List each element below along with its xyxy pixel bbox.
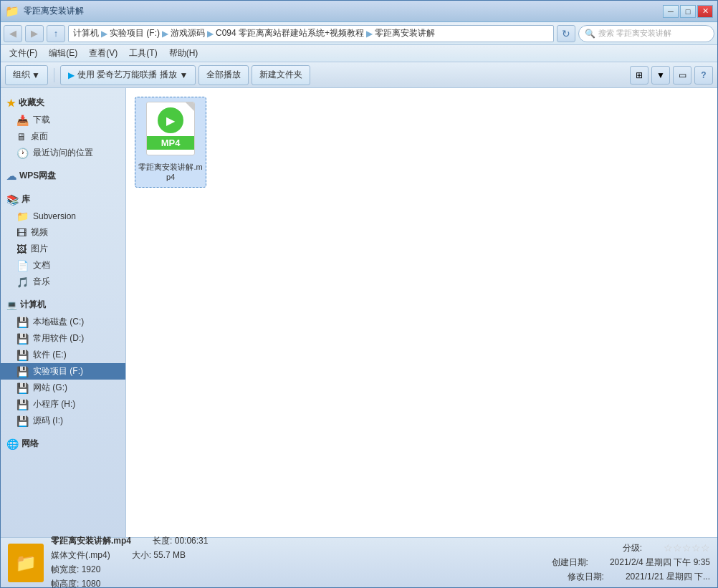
disk-c-icon: 💾 — [16, 317, 29, 328]
forward-button[interactable]: ▶ — [25, 25, 44, 42]
star-rating: ☆☆☆☆☆ — [664, 542, 710, 554]
status-height: 帧高度: 1080 — [51, 578, 100, 588]
status-filename: 零距离安装讲解.mp4 — [51, 535, 131, 547]
subversion-label: Subversion — [33, 211, 76, 221]
status-right: 分级: ☆☆☆☆☆ 创建日期: 2021/2/4 星期四 下午 9:35 修改日… — [552, 542, 710, 583]
help-button[interactable]: ? — [694, 66, 713, 85]
favorites-section: ★ 收藏夹 📥 下载 🖥 桌面 🕐 最近访问的位置 — [1, 94, 125, 161]
created-val: 2021/2/4 星期四 下午 9:35 — [610, 556, 710, 569]
new-folder-button[interactable]: 新建文件夹 — [252, 65, 310, 85]
disk-g-label: 网站 (G:) — [33, 382, 67, 394]
modified-val: 2021/1/21 星期四 下... — [626, 571, 710, 583]
library-label: 库 — [21, 193, 30, 206]
sidebar-item-music[interactable]: 🎵 音乐 — [1, 274, 125, 290]
minimize-button[interactable]: ─ — [663, 5, 679, 18]
play-circle: ▶ — [158, 107, 183, 133]
toolbar-right: ⊞ ▼ ▭ ? — [630, 66, 713, 85]
breadcrumb-drive[interactable]: 实验项目 (F:) — [110, 27, 160, 39]
toolbar: 组织 ▼ ▶ 使用 爱奇艺万能联播 播放 ▼ 全部播放 新建文件夹 ⊞ ▼ ▭ … — [1, 62, 717, 88]
title-controls: ─ □ ✕ — [663, 5, 713, 18]
search-placeholder: 搜索 零距离安装讲解 — [598, 28, 671, 39]
iqiyi-arrow: ▼ — [180, 70, 188, 80]
documents-label: 文档 — [33, 259, 50, 271]
main-area: ★ 收藏夹 📥 下载 🖥 桌面 🕐 最近访问的位置 — [1, 88, 717, 537]
width-val: 1920 — [82, 564, 101, 574]
disk-e-icon: 💾 — [16, 350, 29, 361]
view-toggle-arrow[interactable]: ▼ — [651, 66, 670, 85]
menu-edit[interactable]: 编辑(E) — [43, 46, 83, 61]
status-row-4: 帧高度: 1080 — [51, 578, 545, 588]
sidebar-item-h[interactable]: 💾 小程序 (H:) — [1, 396, 125, 413]
use-iqiyi-button[interactable]: ▶ 使用 爱奇艺万能联播 播放 ▼ — [60, 65, 196, 85]
maximize-button[interactable]: □ — [680, 5, 696, 18]
sidebar-item-download[interactable]: 📥 下载 — [1, 112, 125, 128]
status-width: 帧宽度: 1920 — [51, 564, 100, 576]
back-button[interactable]: ◀ — [4, 25, 22, 42]
sidebar-item-c[interactable]: 💾 本地磁盘 (C:) — [1, 314, 125, 330]
status-rating-row: 分级: ☆☆☆☆☆ — [623, 542, 710, 554]
file-area[interactable]: ▶ MP4 零距离安装讲解.mp4 — [126, 88, 717, 537]
status-row-2: 媒体文件(.mp4) 大小: 55.7 MB — [51, 549, 545, 562]
duration-label: 长度: — [153, 536, 172, 546]
play-all-button[interactable]: 全部播放 — [198, 65, 249, 85]
pc-icon: 💻 — [6, 300, 17, 310]
menu-view[interactable]: 查看(V) — [83, 46, 123, 61]
disk-h-label: 小程序 (H:) — [33, 398, 75, 410]
disk-h-icon: 💾 — [16, 399, 29, 410]
sidebar-item-documents[interactable]: 📄 文档 — [1, 257, 125, 274]
breadcrumb-computer[interactable]: 计算机 — [73, 27, 99, 39]
favorites-label: 收藏夹 — [19, 97, 44, 109]
sidebar-item-pictures[interactable]: 🖼 图片 — [1, 241, 125, 257]
sidebar-item-d[interactable]: 💾 常用软件 (D:) — [1, 330, 125, 347]
preview-pane-button[interactable]: ▭ — [673, 66, 691, 85]
disk-g-icon: 💾 — [16, 382, 29, 394]
disk-c-label: 本地磁盘 (C:) — [33, 316, 84, 328]
organize-arrow: ▼ — [32, 70, 40, 80]
music-icon: 🎵 — [16, 276, 29, 288]
refresh-button[interactable]: ↻ — [557, 25, 575, 42]
up-button[interactable]: ↑ — [47, 25, 65, 42]
breadcrumb-current[interactable]: 零距离安装讲解 — [375, 27, 435, 39]
close-button[interactable]: ✕ — [697, 5, 713, 18]
duration-val: 00:06:31 — [175, 536, 209, 546]
recent-label: 最近访问的位置 — [33, 147, 93, 159]
disk-d-icon: 💾 — [16, 333, 29, 344]
desktop-icon: 🖥 — [16, 131, 27, 143]
disk-f-label: 实验项目 (F:) — [33, 365, 83, 377]
status-created-row: 创建日期: 2021/2/4 星期四 下午 9:35 — [552, 556, 710, 569]
wps-label: WPS网盘 — [19, 170, 56, 182]
address-bar-area: ◀ ▶ ↑ 计算机 ▶ 实验项目 (F:) ▶ 游戏源码 ▶ C094 零距离离… — [1, 22, 717, 45]
toolbar-sep-1 — [54, 68, 54, 82]
address-breadcrumb[interactable]: 计算机 ▶ 实验项目 (F:) ▶ 游戏源码 ▶ C094 零距离离站群建站系统… — [68, 25, 554, 42]
search-icon: 🔍 — [585, 29, 595, 39]
file-grid: ▶ MP4 零距离安装讲解.mp4 — [132, 94, 712, 191]
status-filetype: 媒体文件(.mp4) — [51, 549, 110, 562]
disk-i-icon: 💾 — [16, 415, 29, 427]
menu-tools[interactable]: 工具(T) — [123, 46, 163, 61]
search-box[interactable]: 🔍 搜索 零距离安装讲解 — [578, 25, 714, 42]
file-item-mp4[interactable]: ▶ MP4 零距离安装讲解.mp4 — [135, 97, 206, 188]
sidebar-item-video[interactable]: 🎞 视频 — [1, 224, 125, 241]
status-row-1: 零距离安装讲解.mp4 长度: 00:06:31 — [51, 535, 545, 547]
breadcrumb-c094[interactable]: C094 零距离离站群建站系统+视频教程 — [216, 27, 364, 39]
desktop-label: 桌面 — [31, 130, 48, 143]
menu-file[interactable]: 文件(F) — [4, 46, 43, 61]
sidebar-item-subversion[interactable]: 📁 Subversion — [1, 208, 125, 224]
sidebar-item-e[interactable]: 💾 软件 (E:) — [1, 347, 125, 363]
sidebar-item-desktop[interactable]: 🖥 桌面 — [1, 128, 125, 145]
organize-button[interactable]: 组织 ▼ — [5, 65, 48, 85]
menu-help[interactable]: 帮助(H) — [163, 46, 204, 61]
sidebar-item-f[interactable]: 💾 实验项目 (F:) — [1, 363, 125, 380]
sidebar-item-g[interactable]: 💾 网站 (G:) — [1, 380, 125, 396]
sidebar-item-recent[interactable]: 🕐 最近访问的位置 — [1, 145, 125, 161]
star-icon: ★ — [6, 97, 16, 109]
play-all-label: 全部播放 — [206, 69, 241, 81]
library-section: 📚 库 📁 Subversion 🎞 视频 🖼 图片 📄 文档 — [1, 191, 125, 290]
sidebar-item-i[interactable]: 💾 源码 (I:) — [1, 413, 125, 429]
width-label: 帧宽度: — [51, 564, 79, 574]
filename-val: 零距离安装讲解.mp4 — [51, 536, 131, 546]
status-modified-row: 修改日期: 2021/1/21 星期四 下... — [568, 571, 710, 583]
breadcrumb-gamecode[interactable]: 游戏源码 — [171, 27, 205, 39]
view-toggle-1[interactable]: ⊞ — [630, 66, 648, 85]
music-label: 音乐 — [33, 276, 50, 288]
